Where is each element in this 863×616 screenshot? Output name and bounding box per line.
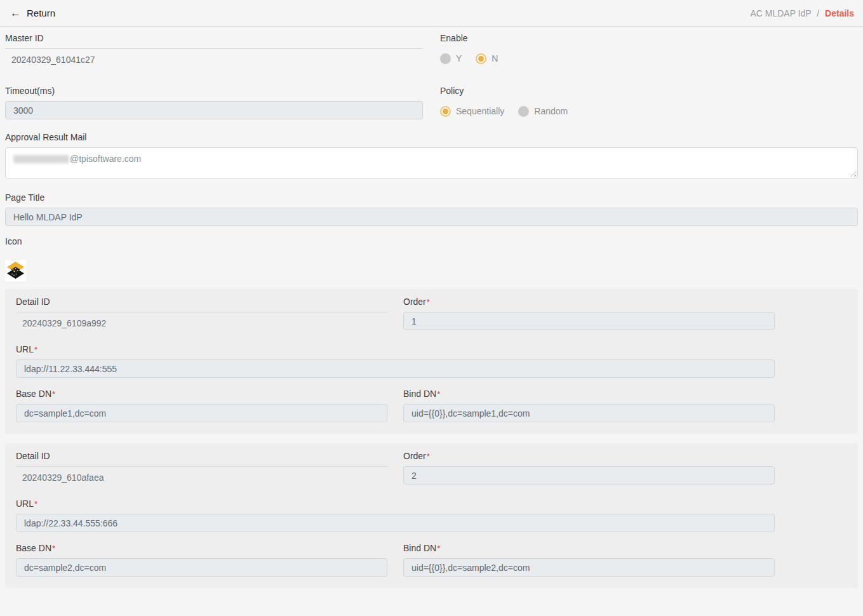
required-asterisk: *: [437, 544, 440, 553]
url-field: URL*: [16, 499, 775, 532]
url-label: URL*: [16, 499, 775, 509]
breadcrumb-current: Details: [825, 8, 854, 18]
bind-dn-field: Bind DN*: [403, 389, 775, 422]
breadcrumb-section[interactable]: AC MLDAP IdP: [750, 8, 811, 18]
footer: Return: [5, 598, 858, 616]
page-title-label: Page Title: [5, 192, 858, 203]
radio-icon: [476, 53, 486, 64]
detail-id-value: 20240329_6109a992: [16, 312, 387, 328]
detail-id-label: Detail ID: [16, 451, 387, 461]
policy-option-sequentially-label: Sequentially: [456, 106, 504, 116]
url-input[interactable]: [16, 359, 775, 378]
detail-id-field: Detail ID 20240329_6109a992: [16, 297, 387, 330]
order-input[interactable]: [403, 466, 775, 485]
order-field: Order*: [403, 297, 775, 330]
required-asterisk: *: [427, 297, 430, 307]
base-dn-field: Base DN*: [16, 389, 387, 422]
base-dn-input[interactable]: [16, 404, 387, 422]
order-field: Order*: [403, 451, 775, 485]
enable-option-n-label: N: [492, 53, 498, 64]
order-label: Order*: [403, 451, 775, 461]
approval-mail-value: @tpisoftware.com: [70, 154, 141, 164]
url-field: URL*: [16, 344, 775, 378]
return-link-label: Return: [27, 8, 55, 18]
enable-radio-n[interactable]: N: [476, 53, 498, 64]
required-asterisk: *: [52, 389, 55, 399]
detail-id-field: Detail ID 20240329_610afaea: [16, 451, 387, 485]
detail-id-label: Detail ID: [16, 297, 387, 307]
policy-radio-random[interactable]: Random: [518, 106, 568, 117]
timeout-label: Timeout(ms): [5, 86, 423, 96]
bind-dn-input[interactable]: [403, 404, 775, 422]
radio-icon: [518, 106, 529, 117]
url-label: URL*: [16, 344, 775, 354]
base-dn-label: Base DN*: [16, 543, 387, 553]
page-title-field: Page Title: [5, 192, 858, 226]
icon-label: Icon: [5, 236, 858, 246]
breadcrumb-separator: /: [817, 8, 819, 18]
enable-label: Enable: [440, 33, 858, 43]
return-link[interactable]: ← Return: [10, 8, 55, 18]
policy-field: Policy Sequentially Random: [440, 86, 858, 119]
page-title-input[interactable]: [5, 208, 858, 226]
detail-panel-1: Detail ID 20240329_6109a992 Order* URL* …: [5, 289, 858, 434]
radio-icon: [440, 106, 451, 117]
radio-icon: [440, 53, 451, 64]
approval-mail-textarea[interactable]: @tpisoftware.com: [5, 147, 858, 178]
enable-option-y-label: Y: [456, 53, 462, 64]
required-asterisk: *: [34, 499, 37, 509]
base-dn-input[interactable]: [16, 558, 387, 577]
base-dn-field: Base DN*: [16, 543, 387, 577]
policy-radio-sequentially[interactable]: Sequentially: [440, 106, 504, 117]
resize-grip-icon[interactable]: [850, 170, 856, 177]
tpisoftware-logo-icon: [5, 260, 26, 281]
master-id-label: Master ID: [5, 33, 423, 43]
details-form: Master ID 20240329_61041c27 Enable Y N T…: [0, 27, 863, 616]
icon-field: Icon: [5, 236, 858, 281]
required-asterisk: *: [437, 389, 440, 399]
redacted-mail-username: [13, 155, 69, 163]
breadcrumb: AC MLDAP IdP / Details: [750, 8, 854, 18]
enable-field: Enable Y N: [440, 33, 858, 67]
timeout-input[interactable]: [5, 101, 423, 119]
enable-radio-y[interactable]: Y: [440, 53, 462, 64]
top-bar: ← Return AC MLDAP IdP / Details: [0, 0, 863, 27]
bind-dn-label: Bind DN*: [403, 543, 775, 553]
approval-mail-field: Approval Result Mail @tpisoftware.com: [5, 132, 858, 178]
master-id-field: Master ID 20240329_61041c27: [5, 33, 423, 67]
policy-option-random-label: Random: [534, 106, 568, 116]
base-dn-label: Base DN*: [16, 389, 387, 399]
detail-panel-2: Detail ID 20240329_610afaea Order* URL* …: [5, 443, 858, 588]
bind-dn-label: Bind DN*: [403, 389, 775, 399]
detail-id-value: 20240329_610afaea: [16, 467, 387, 483]
policy-label: Policy: [440, 86, 858, 96]
order-input[interactable]: [403, 312, 775, 330]
required-asterisk: *: [427, 452, 430, 461]
timeout-field: Timeout(ms): [5, 86, 423, 119]
bind-dn-field: Bind DN*: [403, 543, 775, 577]
required-asterisk: *: [34, 345, 37, 354]
back-arrow-icon: ←: [10, 8, 21, 18]
bind-dn-input[interactable]: [403, 558, 775, 577]
master-id-value: 20240329_61041c27: [5, 49, 423, 65]
order-label: Order*: [403, 297, 775, 307]
url-input[interactable]: [16, 514, 775, 532]
required-asterisk: *: [52, 544, 55, 553]
approval-mail-label: Approval Result Mail: [5, 132, 858, 142]
